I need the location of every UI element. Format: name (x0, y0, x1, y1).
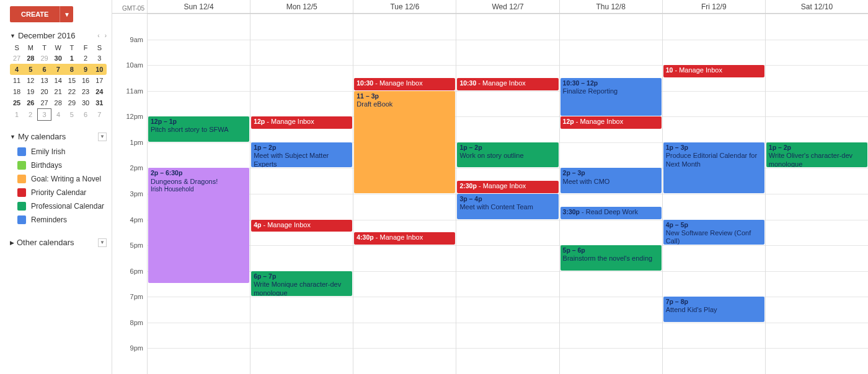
calendar-event[interactable]: 6p – 7pWrite Monique character-dev monol… (251, 271, 352, 297)
create-button[interactable]: CREATE (10, 6, 60, 22)
day-column[interactable]: 12p - Manage Inbox1p – 2pMeet with Subje… (250, 14, 353, 374)
calendar-event[interactable]: 10:30 - Manage Inbox (457, 78, 558, 90)
calendar-event[interactable]: 12p – 1pPitch short story to SFWA (148, 116, 249, 142)
day-header[interactable]: Fri 12/9 (662, 0, 765, 13)
day-column[interactable]: 10:30 – 12pFinalize Reporting12p - Manag… (559, 14, 662, 374)
day-column[interactable]: 12p – 1pPitch short story to SFWA2p – 6:… (147, 14, 250, 374)
calendar-event[interactable]: 10 - Manage Inbox (663, 65, 764, 77)
calendar-event[interactable]: 4:30p - Manage Inbox (354, 232, 455, 245)
mini-cal-day[interactable]: 5 (24, 64, 37, 75)
day-column[interactable]: 10:30 - Manage Inbox11 – 3pDraft eBook4:… (353, 14, 456, 374)
day-header[interactable]: Tue 12/6 (353, 0, 456, 13)
mini-cal-day[interactable]: 21 (51, 86, 65, 97)
calendar-color-swatch (17, 202, 26, 211)
mini-cal-day[interactable]: 2 (24, 109, 37, 121)
calendar-event[interactable]: 10:30 – 12pFinalize Reporting (560, 78, 662, 116)
mini-cal-day[interactable]: 17 (92, 75, 106, 86)
mini-cal-day[interactable]: 14 (51, 75, 65, 86)
mini-cal-day[interactable]: 29 (37, 53, 51, 64)
mini-cal-day[interactable]: 3 (92, 53, 106, 64)
time-label: 2pm (130, 164, 143, 172)
mini-cal-day[interactable]: 22 (65, 86, 79, 97)
calendar-event[interactable]: 3:30p - Read Deep Work (560, 207, 662, 219)
mini-cal-day[interactable]: 20 (37, 86, 51, 97)
mini-cal-day[interactable]: 24 (92, 86, 106, 97)
calendar-list-item[interactable]: Professional Calendar (10, 199, 107, 213)
mini-cal-day[interactable]: 27 (37, 97, 51, 109)
create-dropdown-button[interactable]: ▼ (60, 6, 73, 22)
mini-cal-day[interactable]: 5 (65, 109, 79, 121)
mini-cal-day[interactable]: 19 (24, 86, 37, 97)
mini-cal-day[interactable]: 7 (51, 64, 65, 75)
my-calendars-menu-button[interactable]: ▼ (98, 133, 107, 141)
calendar-event[interactable]: 1p – 2pWork on story outline (457, 142, 558, 168)
calendar-list-item[interactable]: Emily Irish (10, 145, 107, 159)
mini-cal-day[interactable]: 28 (51, 97, 65, 109)
mini-cal-day[interactable]: 27 (10, 53, 24, 64)
event-title: Manage Inbox (580, 118, 623, 125)
calendar-event[interactable]: 7p – 8pAttend Kid's Play (663, 297, 764, 322)
mini-cal-day[interactable]: 6 (79, 109, 92, 121)
mini-cal-day[interactable]: 28 (24, 53, 37, 64)
calendar-event[interactable]: 1p – 2pWrite Oliver's character-dev mono… (766, 142, 867, 168)
mini-cal-day[interactable]: 25 (10, 97, 24, 109)
mini-cal-day[interactable]: 4 (10, 64, 24, 75)
day-header[interactable]: Wed 12/7 (456, 0, 559, 13)
calendar-event[interactable]: 1p – 3pProduce Editorial Calendar for Ne… (663, 142, 764, 193)
mini-cal-day[interactable]: 4 (51, 109, 65, 121)
mini-cal-day[interactable]: 18 (10, 86, 24, 97)
day-header[interactable]: Mon 12/5 (250, 0, 353, 13)
calendar-event[interactable]: 12p - Manage Inbox (560, 116, 662, 129)
mini-cal-day[interactable]: 3 (37, 109, 51, 121)
day-header[interactable]: Sat 12/10 (765, 0, 868, 13)
calendar-event[interactable]: 5p – 6pBrainstorm the novel's ending (560, 245, 662, 271)
mini-calendar-title[interactable]: ▼ December 2016 (10, 31, 75, 40)
mini-cal-day[interactable]: 6 (37, 64, 51, 75)
mini-cal-day[interactable]: 30 (51, 53, 65, 64)
mini-cal-day[interactable]: 15 (65, 75, 79, 86)
my-calendars-toggle[interactable]: ▼ My calendars (10, 132, 66, 141)
calendar-event[interactable]: 3p – 4pMeet with Content Team (457, 194, 558, 219)
calendar-event[interactable]: 4p - Manage Inbox (251, 220, 352, 232)
mini-cal-day[interactable]: 30 (79, 97, 92, 109)
mini-cal-day[interactable]: 2 (79, 53, 92, 64)
event-time: 10:30 – 12p (563, 79, 659, 87)
calendar-event[interactable]: 4p – 5pNew Software Review (Conf Call) (663, 220, 764, 245)
next-month-button[interactable]: › (105, 32, 107, 39)
calendar-event[interactable]: 11 – 3pDraft eBook (354, 91, 455, 193)
mini-cal-day[interactable]: 10 (92, 64, 106, 75)
mini-cal-day[interactable]: 9 (79, 64, 92, 75)
mini-cal-day[interactable]: 29 (65, 97, 79, 109)
day-column[interactable]: 10 - Manage Inbox1p – 3pProduce Editoria… (662, 14, 765, 374)
day-header[interactable]: Thu 12/8 (559, 0, 662, 13)
calendar-event[interactable]: 10:30 - Manage Inbox (354, 78, 455, 90)
calendar-event[interactable]: 2p – 3pMeet with CMO (560, 168, 662, 193)
calendar-list-item[interactable]: Birthdays (10, 159, 107, 172)
mini-cal-day[interactable]: 11 (10, 75, 24, 86)
day-column[interactable]: 1p – 2pWrite Oliver's character-dev mono… (765, 14, 868, 374)
mini-cal-day[interactable]: 26 (24, 97, 37, 109)
mini-cal-day[interactable]: 16 (79, 75, 92, 86)
mini-cal-day[interactable]: 23 (79, 86, 92, 97)
mini-cal-day[interactable]: 12 (24, 75, 37, 86)
other-calendars-menu-button[interactable]: ▼ (98, 238, 107, 247)
prev-month-button[interactable]: ‹ (97, 32, 99, 39)
calendar-event[interactable]: 1p – 2pMeet with Subject Matter Experts (251, 142, 352, 168)
calendar-event[interactable]: 2:30p - Manage Inbox (457, 181, 558, 193)
day-header[interactable]: Sun 12/4 (147, 0, 250, 13)
calendar-label: Professional Calendar (31, 202, 104, 211)
calendar-list-item[interactable]: Priority Calendar (10, 186, 107, 199)
mini-cal-day[interactable]: 7 (92, 109, 106, 121)
mini-cal-day[interactable]: 1 (10, 109, 24, 121)
calendar-event[interactable]: 2p – 6:30pDungeons & Dragons!Irish House… (148, 168, 249, 283)
mini-cal-day[interactable]: 31 (92, 97, 106, 109)
mini-calendar[interactable]: SMTWTFS 27282930123456789101112131415161… (10, 43, 107, 121)
other-calendars-toggle[interactable]: ▶ Other calendars (10, 238, 74, 247)
calendar-list-item[interactable]: Goal: Writing a Novel (10, 172, 107, 186)
calendar-list-item[interactable]: Reminders (10, 213, 107, 227)
day-column[interactable]: 10:30 - Manage Inbox1p – 2pWork on story… (456, 14, 559, 374)
mini-cal-day[interactable]: 1 (65, 53, 79, 64)
calendar-event[interactable]: 12p - Manage Inbox (251, 116, 352, 129)
mini-cal-day[interactable]: 8 (65, 64, 79, 75)
mini-cal-day[interactable]: 13 (37, 75, 51, 86)
